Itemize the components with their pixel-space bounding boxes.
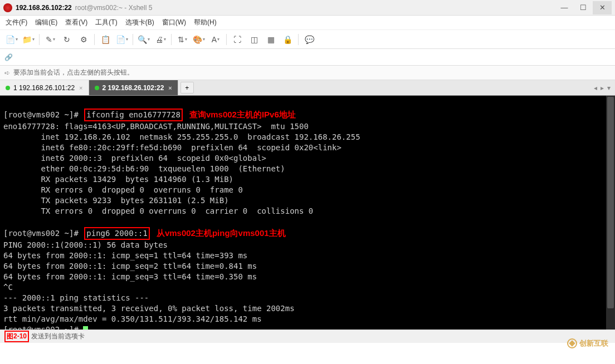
toolbar: 📄 📁 ✎ ↻ ⚙ 📋 📄 🔍 🖨 ⇅ 🎨 A ⛶ ◫ ▦ 🔒 💬 xyxy=(0,30,615,49)
terminal-line: inet 192.168.26.102 netmask 255.255.255.… xyxy=(3,132,360,141)
status-text: 发送到当前选项卡 xyxy=(31,332,85,341)
toolbar-separator xyxy=(94,34,95,45)
watermark: 创新互联 xyxy=(567,338,608,348)
cursor-icon xyxy=(83,326,88,330)
transfer-button[interactable]: ⇅ xyxy=(175,32,189,47)
terminal-line: RX packets 13429 bytes 1414960 (1.3 MiB) xyxy=(3,175,233,184)
hint-text: 要添加当前会话，点击左侧的箭头按钮。 xyxy=(13,68,134,77)
terminal-line: 3 packets transmitted, 3 received, 0% pa… xyxy=(3,304,295,313)
tab-next-icon[interactable]: ▸ xyxy=(601,84,604,92)
paste-button[interactable]: 📄 xyxy=(115,32,129,47)
properties-button[interactable]: ⚙ xyxy=(76,32,91,47)
print-button[interactable]: 🖨 xyxy=(153,32,168,47)
terminal-line: 64 bytes from 2000::1: icmp_seq=1 ttl=64… xyxy=(3,251,247,260)
terminal-line: inet6 fe80::20c:29ff:fe5d:b690 prefixlen… xyxy=(3,143,341,152)
close-button[interactable]: ✕ xyxy=(593,1,612,14)
edit-button[interactable]: ✎ xyxy=(43,32,57,47)
annotation-text: 从vms002主机ping向vms001主机 xyxy=(157,228,286,238)
terminal-output[interactable]: [root@vms002 ~]# ifconfig eno16777728查询v… xyxy=(0,96,615,329)
shell-prompt: [root@vms002 ~]# xyxy=(3,229,79,238)
tab-close-icon[interactable]: × xyxy=(168,85,172,91)
terminal-line: 64 bytes from 2000::1: icmp_seq=2 ttl=64… xyxy=(3,262,257,270)
tab-add-button[interactable]: + xyxy=(180,82,194,94)
annotation-text: 查询vms002主机的IPv6地址 xyxy=(189,110,296,119)
highlighted-command: ping6 2000::1 xyxy=(84,227,150,240)
reconnect-button[interactable]: ↻ xyxy=(60,32,74,47)
tab-session-2[interactable]: 2 192.168.26.102:22 × xyxy=(89,80,178,95)
scrollbar[interactable] xyxy=(606,96,615,329)
scrollbar-thumb[interactable] xyxy=(607,97,614,308)
window-title-session: root@vms002:~ - Xshell 5 xyxy=(75,4,153,12)
menu-tools[interactable]: 工具(T) xyxy=(95,18,117,27)
window-title-address: 192.168.26.102:22 xyxy=(16,4,72,12)
status-dot-icon xyxy=(95,86,99,90)
terminal-line: rtt min/avg/max/mdev = 0.350/131.511/393… xyxy=(3,314,262,323)
transparent-button[interactable]: ◫ xyxy=(247,32,261,47)
tab-session-1[interactable]: 1 192.168.26.101:22 × xyxy=(0,80,89,95)
tab-label: 1 192.168.26.101:22 xyxy=(13,84,75,92)
watermark-logo-icon xyxy=(567,338,577,348)
menu-view[interactable]: 查看(V) xyxy=(65,18,87,27)
terminal-line: inet6 2000::3 prefixlen 64 scopeid 0x0<g… xyxy=(3,154,266,163)
toolbar-separator xyxy=(298,34,299,45)
tab-prev-icon[interactable]: ◂ xyxy=(594,84,597,92)
tab-nav: ◂ ▸ ▾ xyxy=(589,80,615,95)
tab-strip: 1 192.168.26.101:22 × 2 192.168.26.102:2… xyxy=(0,80,615,96)
arrow-icon[interactable]: ➪ xyxy=(4,69,10,77)
font-button[interactable]: A xyxy=(208,32,223,47)
highlighted-command: ifconfig eno16777728 xyxy=(84,109,183,121)
terminal-line: eno16777728: flags=4163<UP,BROADCAST,RUN… xyxy=(3,122,309,131)
tab-label: 2 192.168.26.102:22 xyxy=(102,84,164,92)
window-controls: — ☐ ✕ xyxy=(555,1,612,14)
comment-button[interactable]: 💬 xyxy=(302,32,316,47)
copy-button[interactable]: 📋 xyxy=(98,32,113,47)
terminal-line: RX errors 0 dropped 0 overruns 0 frame 0 xyxy=(3,185,243,194)
address-bar[interactable]: 🔗 xyxy=(0,49,615,66)
link-icon: 🔗 xyxy=(4,53,13,61)
minimize-button[interactable]: — xyxy=(555,1,574,14)
tile-button[interactable]: ▦ xyxy=(263,32,278,47)
menu-window[interactable]: 窗口(W) xyxy=(162,18,186,27)
find-button[interactable]: 🔍 xyxy=(136,32,151,47)
new-session-button[interactable]: 📄 xyxy=(4,32,19,47)
maximize-button[interactable]: ☐ xyxy=(574,1,593,14)
menu-file[interactable]: 文件(F) xyxy=(6,18,27,27)
menu-bar: 文件(F) 编辑(E) 查看(V) 工具(T) 选项卡(B) 窗口(W) 帮助(… xyxy=(0,16,615,30)
figure-label: 图2-10 xyxy=(4,331,29,342)
terminal-line: --- 2000::1 ping statistics --- xyxy=(3,293,149,302)
menu-edit[interactable]: 编辑(E) xyxy=(35,18,57,27)
hint-bar: ➪ 要添加当前会话，点击左侧的箭头按钮。 xyxy=(0,66,615,80)
toolbar-separator xyxy=(226,34,227,45)
app-icon xyxy=(3,3,12,12)
lock-button[interactable]: 🔒 xyxy=(280,32,295,47)
tab-close-icon[interactable]: × xyxy=(79,85,82,91)
fullscreen-button[interactable]: ⛶ xyxy=(230,32,245,47)
menu-help[interactable]: 帮助(H) xyxy=(194,18,217,27)
menu-tabs[interactable]: 选项卡(B) xyxy=(125,18,154,27)
terminal-line: ^C xyxy=(3,283,13,292)
tab-menu-icon[interactable]: ▾ xyxy=(607,84,611,92)
watermark-text: 创新互联 xyxy=(579,338,608,348)
shell-prompt: [root@vms002 ~]# xyxy=(3,325,79,329)
terminal-line: ether 00:0c:29:5d:b6:90 txqueuelen 1000 … xyxy=(3,164,285,173)
terminal-line: 64 bytes from 2000::1: icmp_seq=3 ttl=64… xyxy=(3,272,257,281)
terminal-line: PING 2000::1(2000::1) 56 data bytes xyxy=(3,240,168,249)
title-bar: 192.168.26.102:22 root@vms002:~ - Xshell… xyxy=(0,0,615,16)
status-dot-icon xyxy=(6,86,10,90)
toolbar-separator xyxy=(39,34,40,45)
terminal-line: TX errors 0 dropped 0 overruns 0 carrier… xyxy=(3,206,313,215)
toolbar-separator xyxy=(171,34,172,45)
open-button[interactable]: 📁 xyxy=(21,32,36,47)
toolbar-separator xyxy=(133,34,133,45)
color-button[interactable]: 🎨 xyxy=(192,32,206,47)
terminal-line: TX packets 9233 bytes 2631101 (2.5 MiB) xyxy=(3,196,229,205)
status-bar: 图2-10 发送到当前选项卡 xyxy=(0,329,615,343)
shell-prompt: [root@vms002 ~]# xyxy=(3,110,79,119)
